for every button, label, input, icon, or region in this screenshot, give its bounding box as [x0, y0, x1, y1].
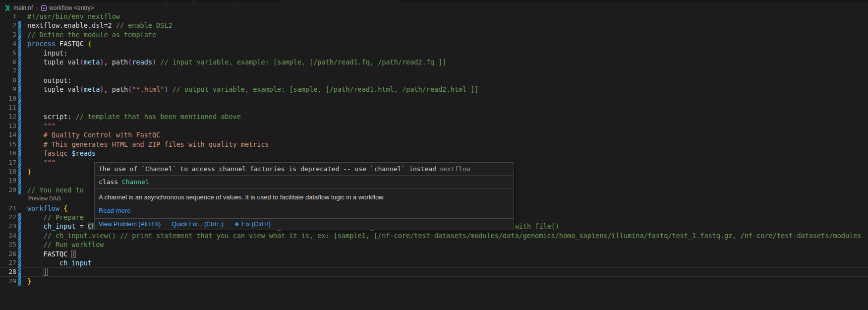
code-line-5[interactable]: 5 input:: [0, 49, 868, 58]
code-line-1[interactable]: 1#!/usr/bin/env nextflow: [0, 12, 868, 21]
code-line-11[interactable]: 11: [0, 103, 868, 112]
line-number: 18: [0, 167, 16, 176]
code-line-15[interactable]: 15 # This generates HTML and ZIP files w…: [0, 140, 868, 149]
code-line-8[interactable]: 8 output:: [0, 76, 868, 85]
code-line-26[interactable]: 26 FASTQC (: [0, 249, 868, 258]
read-more-link[interactable]: Read more: [95, 204, 514, 218]
token: fastqc: [27, 149, 71, 157]
codelens-label[interactable]: Preview DAG: [0, 194, 61, 203]
fix-label: Fix (Ctrl+I): [242, 221, 271, 228]
line-number: 12: [0, 112, 16, 121]
line-content: tuple val(meta), path("*.html") // outpu…: [21, 85, 868, 94]
breadcrumb-symbol[interactable]: workflow <entry>: [49, 4, 94, 11]
line-number: 19: [0, 176, 16, 185]
modified-indicator: [16, 122, 21, 130]
modified-indicator: [16, 12, 21, 21]
code-line-10[interactable]: 10: [0, 94, 868, 103]
token: tuple val: [27, 85, 80, 93]
code-rows: 1#!/usr/bin/env nextflow2nextflow.enable…: [0, 12, 868, 286]
token: // template that has been mentioned abov…: [76, 113, 241, 121]
token: // Prepare: [27, 213, 88, 221]
code-line-9[interactable]: 9 tuple val(meta), path("*.html") // out…: [0, 85, 868, 94]
hover-action-bar: View Problem (Alt+F8) Quick Fix... (Ctrl…: [95, 218, 514, 230]
active-tab[interactable]: [280, 0, 399, 4]
line-content: process FASTQC {: [21, 39, 868, 48]
code-line-6[interactable]: 6 tuple val(meta), path(reads) // input …: [0, 58, 868, 66]
line-number: 11: [0, 103, 16, 112]
line-number: 9: [0, 85, 16, 94]
line-number: 5: [0, 49, 16, 58]
code-line-28[interactable]: 28 ): [0, 267, 868, 276]
line-content: tuple val(meta), path(reads) // input va…: [21, 58, 868, 66]
token: $reads: [71, 149, 96, 157]
token: nextflow.enable.dsl=2: [27, 21, 116, 29]
tab-strip: [0, 0, 868, 4]
line-number: 17: [0, 158, 16, 167]
modified-indicator: [16, 240, 21, 249]
tab-separator: [233, 0, 233, 3]
line-number: 20: [0, 186, 16, 194]
token: # Quality Control with FastQC: [27, 131, 160, 139]
line-content: input:: [21, 49, 868, 58]
copilot-fix-action[interactable]: ❖Fix (Ctrl+I): [234, 221, 271, 228]
token: [27, 268, 44, 276]
diagnostic-source: nextflow: [436, 165, 470, 173]
view-problem-action[interactable]: View Problem (Alt+F8): [99, 221, 161, 228]
modified-indicator: [16, 21, 21, 30]
code-line-3[interactable]: 3// Define the module as template: [0, 30, 868, 39]
line-number: 15: [0, 140, 16, 149]
code-line-12[interactable]: 12 script: // template that has been men…: [0, 112, 868, 121]
quick-fix-action[interactable]: Quick Fix... (Ctrl+.): [172, 221, 224, 228]
modified-indicator: [16, 231, 21, 240]
token: // ch_input.view() // print statement th…: [27, 232, 861, 240]
code-line-27[interactable]: 27 ch_input: [0, 258, 868, 267]
code-line-7[interactable]: 7: [0, 66, 868, 75]
token: ): [44, 268, 48, 276]
token: // Define the module as template: [27, 31, 156, 39]
line-number: 6: [0, 58, 16, 66]
code-line-25[interactable]: 25 // Run workflow: [0, 240, 868, 249]
code-line-4[interactable]: 4process FASTQC {: [0, 39, 868, 48]
line-content: }: [21, 277, 868, 286]
line-number: 28: [0, 267, 16, 276]
modified-indicator: [16, 249, 21, 258]
line-content: [21, 103, 868, 112]
line-content: FASTQC (: [21, 249, 868, 258]
code-line-16[interactable]: 16 fastqc $reads: [0, 149, 868, 158]
token: }: [27, 277, 31, 285]
code-line-29[interactable]: 29}: [0, 277, 868, 286]
token: FASTQC: [59, 40, 88, 48]
diagnostic-message: The use of `Channel` to access channel f…: [95, 163, 514, 176]
line-content: nextflow.enable.dsl=2 // enable DSL2: [21, 21, 868, 30]
code-line-13[interactable]: 13 """: [0, 122, 868, 130]
modified-indicator: [16, 277, 21, 286]
code-line-2[interactable]: 2nextflow.enable.dsl=2 // enable DSL2: [0, 21, 868, 30]
modified-indicator: [16, 222, 21, 231]
line-number: 2: [0, 21, 16, 30]
sig-class-name: Channel: [122, 178, 149, 186]
modified-indicator: [16, 85, 21, 94]
line-content: script: // template that has been mentio…: [21, 112, 868, 121]
line-number: 3: [0, 30, 16, 39]
token: }: [27, 168, 31, 176]
line-content: # Quality Control with FastQC: [21, 130, 868, 139]
line-number: 1: [0, 12, 16, 21]
sparkle-icon: ❖: [234, 221, 239, 228]
token: (: [71, 250, 75, 258]
diagnostic-text: The use of `Channel` to access channel f…: [99, 165, 436, 173]
line-content: // Define the module as template: [21, 30, 868, 39]
line-number: 29: [0, 277, 16, 286]
token: reads: [132, 58, 152, 66]
modified-indicator: [16, 167, 21, 176]
token: [169, 85, 173, 93]
token: meta: [84, 85, 100, 93]
line-number: 14: [0, 130, 16, 139]
modified-indicator: [16, 130, 21, 139]
modified-indicator: [16, 30, 21, 39]
code-editor[interactable]: 1#!/usr/bin/env nextflow2nextflow.enable…: [0, 12, 868, 310]
code-line-24[interactable]: 24 // ch_input.view() // print statement…: [0, 231, 868, 240]
symbol-signature: class Channel: [95, 176, 514, 188]
code-line-14[interactable]: 14 # Quality Control with FastQC: [0, 130, 868, 139]
line-number: 22: [0, 213, 16, 222]
breadcrumb-file[interactable]: main.nf: [13, 4, 33, 11]
